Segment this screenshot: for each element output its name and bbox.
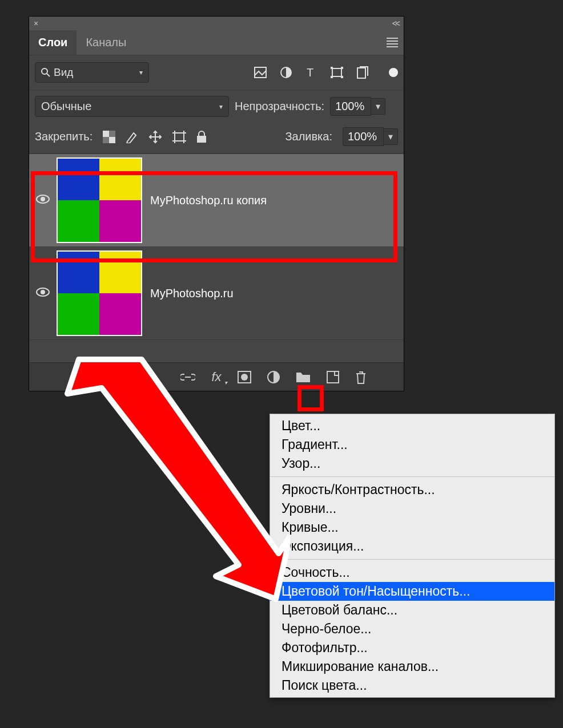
blend-mode-select[interactable]: Обычные ▾ [35,96,229,117]
menu-item[interactable]: Цветовой баланс... [270,601,554,620]
menu-item[interactable]: Фотофильтр... [270,638,554,657]
tabs-row: Слои Каналы [29,30,404,55]
mask-icon[interactable] [238,371,251,383]
svg-rect-5 [332,68,341,76]
tab-layers[interactable]: Слои [29,30,77,55]
lock-move-icon[interactable] [148,130,162,144]
layers-list: MyPhotoshop.ru копия MyPhotoshop.ru [29,153,404,362]
opacity-label: Непрозрачность: [235,100,324,113]
opacity-input[interactable]: 100% ▾ [330,97,385,116]
chevron-down-icon[interactable]: ▾ [384,128,398,145]
svg-rect-9 [341,76,343,78]
menu-item[interactable]: Экспозиция... [270,537,554,556]
adjustment-context-menu: Цвет...Градиент...Узор...Яркость/Контрас… [270,414,555,698]
svg-rect-14 [103,137,109,143]
lock-all-icon[interactable] [196,131,207,143]
lock-label: Закрепить: [35,130,93,143]
layer-filter-select[interactable]: Вид ▾ [35,62,149,83]
svg-rect-10 [357,68,365,78]
close-icon[interactable]: × [34,19,38,28]
layer-row[interactable]: MyPhotoshop.ru [29,246,404,339]
fill-value[interactable]: 100% [343,127,384,146]
svg-marker-31 [67,359,290,599]
lock-paint-icon[interactable] [126,131,138,143]
visibility-icon[interactable] [36,195,49,206]
svg-rect-13 [109,131,115,137]
svg-rect-12 [109,137,115,143]
filter-toggle[interactable] [389,68,398,77]
layers-toolbar: Вид ▾ T [29,55,404,90]
menu-item[interactable]: Сочность... [270,563,554,582]
text-filter-icon[interactable]: T [305,67,317,78]
svg-rect-22 [197,136,206,143]
svg-point-28 [241,374,248,381]
menu-item[interactable]: Поиск цвета... [270,676,554,695]
adjustment-filter-icon[interactable] [280,67,292,78]
layers-footer: fx▾ [29,362,404,391]
svg-point-26 [41,290,45,294]
svg-point-24 [41,197,45,201]
filter-icons: T [254,66,368,79]
fill-label: Заливка: [285,130,332,143]
chevron-down-icon: ▾ [219,103,223,111]
opacity-value[interactable]: 100% [330,97,371,116]
smartobject-filter-icon[interactable] [357,66,368,79]
svg-rect-7 [341,67,343,69]
visibility-icon[interactable] [36,288,49,299]
lock-row: Закрепить: Заливка: 100% ▾ [29,123,404,153]
svg-text:T: T [307,67,313,78]
menu-item[interactable]: Узор... [270,454,554,473]
menu-item[interactable]: Черно-белое... [270,620,554,638]
chevron-down-icon[interactable]: ▾ [371,98,385,115]
chevron-down-icon: ▾ [139,68,143,76]
svg-point-0 [42,68,47,74]
fx-icon[interactable]: fx▾ [211,370,221,385]
layer-name[interactable]: MyPhotoshop.ru копия [150,194,267,207]
svg-rect-30 [327,371,339,383]
delete-icon[interactable] [355,370,367,384]
shape-filter-icon[interactable] [331,67,343,78]
lock-artboard-icon[interactable] [172,131,186,143]
svg-line-1 [47,74,50,76]
menu-item[interactable]: Микширование каналов... [270,657,554,676]
panel-topbar: × << [29,17,404,30]
link-icon[interactable] [180,373,195,381]
menu-item[interactable]: Уровни... [270,499,554,518]
svg-rect-11 [103,131,109,137]
menu-item[interactable]: Яркость/Контрастность... [270,480,554,499]
group-icon[interactable] [296,371,311,383]
menu-item[interactable]: Кривые... [270,518,554,537]
layers-panel: × << Слои Каналы Вид ▾ T Обычн [29,16,404,391]
panel-tabs: Слои Каналы [29,30,135,55]
panel-menu-icon[interactable] [387,38,398,47]
menu-item[interactable]: Градиент... [270,435,554,454]
fill-input[interactable]: 100% ▾ [343,127,398,146]
search-icon [41,68,50,77]
tab-channels[interactable]: Каналы [77,30,135,55]
blend-opacity-row: Обычные ▾ Непрозрачность: 100% ▾ [29,90,404,123]
layer-name[interactable]: MyPhotoshop.ru [150,287,234,300]
menu-item[interactable]: Цветовой тон/Насыщенность... [270,582,554,601]
layer-thumbnail [57,250,142,336]
annotation-arrow [50,354,290,607]
layer-row[interactable]: MyPhotoshop.ru копия [29,153,404,246]
image-filter-icon[interactable] [254,67,267,78]
lock-transparency-icon[interactable] [103,131,115,143]
filter-label: Вид [54,66,73,79]
svg-rect-6 [331,67,333,69]
blend-mode-value: Обычные [41,100,91,113]
layer-thumbnail [57,157,142,243]
menu-separator [270,476,554,477]
collapse-icon[interactable]: << [392,19,399,28]
svg-rect-8 [331,76,333,78]
menu-separator [270,559,554,560]
new-layer-icon[interactable] [327,371,339,383]
svg-rect-17 [175,133,184,141]
adjustment-layer-icon[interactable] [267,371,280,383]
menu-item[interactable]: Цвет... [270,416,554,435]
